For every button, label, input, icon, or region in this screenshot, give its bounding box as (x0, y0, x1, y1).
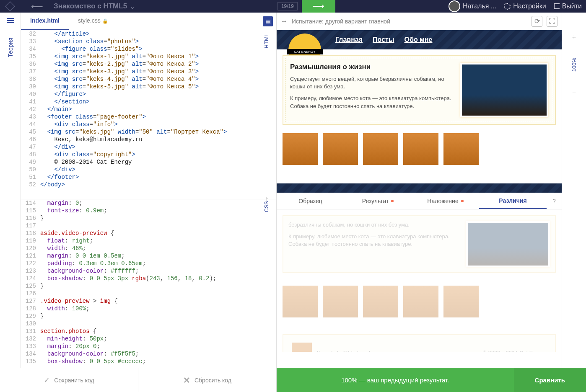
preview-frame: Главная Посты Обо мне Размышления о жизн… (277, 30, 562, 193)
thumb (443, 133, 479, 165)
tab-sample[interactable]: Образец (277, 193, 344, 209)
article-heading: Размышления о жизни (290, 63, 454, 71)
thumb (323, 286, 358, 317)
theory-rail: Теория (0, 13, 21, 368)
zoom-rail: + 100% − (562, 13, 586, 368)
footer-bar: ✓ Сохранить код ✕ Сбросить код 100% — ва… (0, 368, 586, 392)
user-area: Наталья ... Настройки Выйти (449, 0, 582, 12)
diff-p1: безразличны собакам, но кошки от них без… (288, 221, 460, 229)
thumb (283, 286, 318, 317)
chevron-down-icon[interactable]: ⌄ (130, 3, 135, 10)
lock-icon: 🔒 (102, 18, 108, 23)
nav-home[interactable]: Главная (335, 36, 363, 44)
exit-icon (554, 3, 560, 9)
save-code-button[interactable]: ✓ Сохранить код (0, 368, 138, 392)
menu-icon[interactable] (7, 20, 14, 21)
next-lesson-button[interactable]: ⟶ (302, 0, 335, 13)
thumbnails (283, 133, 556, 165)
layout-toggle-icon[interactable]: ▤ (263, 16, 273, 26)
thumb (403, 133, 438, 165)
editor-column: index.html style.css🔒 ▤ 3233343536373839… (21, 13, 277, 368)
status-dot-icon (391, 200, 394, 202)
thumb (283, 133, 318, 165)
article-p2: К примеру, любимое место кота — это клав… (290, 95, 454, 110)
video-preview (460, 63, 548, 117)
diff-p2: К примеру, любимое место кота — это клав… (288, 233, 460, 248)
thumb (403, 286, 438, 317)
preview-title: Испытание: другой вариант главной (292, 18, 390, 25)
user-name: Наталья ... (463, 3, 496, 10)
footer-contact: Кекс, keks@htmlacademy.ru (317, 350, 386, 352)
top-bar: ⟵ Знакомство с HTML5 ⌄ 19/19 ⟶ Наталья .… (0, 0, 586, 13)
article-p1: Существует много вещей, которые безразли… (290, 75, 454, 90)
result-text: 100% — ваш предыдущий результат. (277, 377, 514, 384)
html-code-editor[interactable]: 3233343536373839404142434445464748495051… (21, 30, 276, 199)
thumb (363, 133, 398, 165)
tab-overlay[interactable]: Наложение (412, 193, 479, 209)
help-button[interactable]: ? (547, 193, 562, 209)
tab-diff[interactable]: Различия (479, 193, 547, 209)
zoom-out-button[interactable]: − (572, 88, 576, 96)
tab-style-css[interactable]: style.css🔒 (69, 13, 117, 30)
close-icon: ✕ (183, 375, 190, 385)
thumb (323, 133, 358, 165)
compare-tabs: Образец Результат Наложение Различия ? (277, 193, 562, 209)
avatar-icon (449, 0, 460, 12)
check-icon: ✓ (44, 376, 50, 385)
lesson-counter: 19/19 (277, 2, 298, 10)
diff-footer: Кекс, keks@htmlacademy.ru © 2008—2014 Ca… (283, 334, 556, 352)
thumb (363, 286, 398, 317)
tab-result[interactable]: Результат (344, 193, 412, 209)
preview-header: Испытание: другой вариант главной ⟳ ⛶ (277, 13, 562, 30)
footer-avatar (292, 343, 312, 352)
editor-tabs: index.html style.css🔒 ▤ (21, 13, 276, 30)
compare-button[interactable]: Сравнить (514, 368, 586, 392)
arrow-up-icon[interactable]: ↑ (265, 195, 269, 204)
nav-about[interactable]: Обо мне (404, 36, 433, 44)
user-menu[interactable]: Наталья ... (449, 0, 496, 12)
logo-icon[interactable] (5, 1, 15, 11)
html-rail-label[interactable]: HTML (263, 34, 270, 48)
reload-icon[interactable]: ⟳ (532, 16, 542, 27)
status-dot-icon (461, 200, 464, 202)
prev-lesson-button[interactable]: ⟵ (24, 1, 49, 11)
zoom-level: 100% (571, 58, 577, 72)
exit-link[interactable]: Выйти (554, 3, 582, 10)
preview-column: HTML CSS ↑ Испытание: другой вариант гла… (277, 13, 562, 368)
footer-copy: © 2008—2014 Cat Energy (482, 350, 547, 352)
css-code-editor[interactable]: 1141151161171181191201211221231241251261… (21, 199, 276, 368)
split-icon[interactable] (281, 18, 288, 25)
theory-label[interactable]: Теория (7, 38, 14, 57)
thumb (443, 286, 479, 317)
expand-icon[interactable]: ⛶ (547, 16, 557, 27)
course-title[interactable]: Знакомство с HTML5 (54, 2, 127, 10)
settings-link[interactable]: Настройки (504, 3, 546, 10)
reset-code-button[interactable]: ✕ Сбросить код (138, 368, 277, 392)
gear-icon (504, 3, 511, 10)
diff-frame: безразличны собакам, но кошки от них без… (277, 209, 562, 352)
nav-posts[interactable]: Посты (373, 36, 394, 44)
tab-index-html[interactable]: index.html (21, 13, 69, 30)
preview-article: Размышления о жизни Существует много вещ… (283, 55, 556, 125)
diff-video (466, 221, 550, 267)
zoom-in-button[interactable]: + (572, 34, 576, 41)
